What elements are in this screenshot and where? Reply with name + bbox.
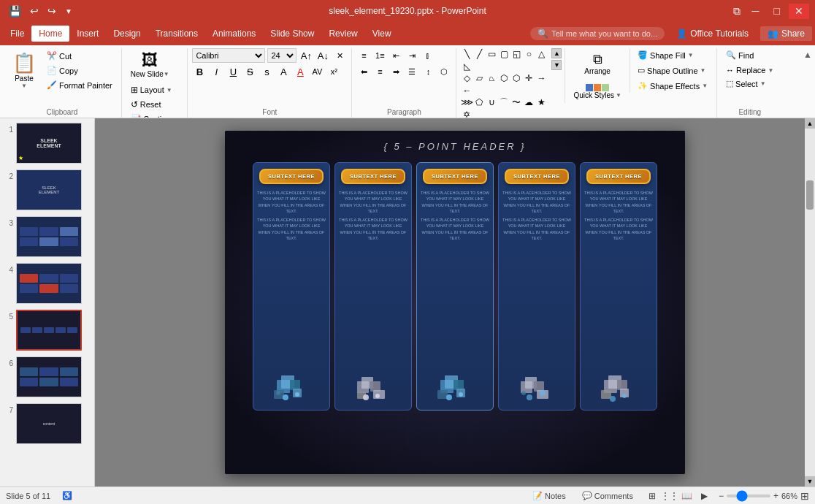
shape-arrow-left[interactable]: ←: [461, 85, 472, 96]
shape-right-triangle[interactable]: ◺: [461, 61, 472, 72]
font-name-select[interactable]: Calibri: [192, 48, 265, 63]
shape-outline-button[interactable]: ▭ Shape Outline ▼: [633, 64, 712, 77]
reset-button[interactable]: ↺ Reset: [126, 97, 166, 112]
save-icon[interactable]: 💾: [6, 4, 24, 18]
shape-triangle[interactable]: △: [535, 48, 547, 60]
shape-rect[interactable]: ▭: [486, 48, 497, 60]
italic-button[interactable]: I: [209, 64, 223, 79]
slide-card-2[interactable]: SUBTEXT HERE THIS IS A PLACEHOLDER TO SH…: [334, 162, 412, 411]
increase-indent-button[interactable]: ⇥: [405, 48, 419, 63]
bullets-button[interactable]: ≡: [356, 48, 371, 63]
font-color-button[interactable]: A: [293, 64, 307, 79]
slide-card-5[interactable]: SUBTEXT HERE THIS IS A PLACEHOLDER TO SH…: [580, 162, 657, 411]
align-right-button[interactable]: ➡: [389, 64, 403, 79]
shape-cloud[interactable]: ☁: [523, 96, 535, 108]
shape-rounded-rect[interactable]: ▢: [498, 48, 510, 60]
new-slide-button[interactable]: 🖼 New Slide ▼: [126, 48, 174, 81]
scroll-thumb[interactable]: [806, 180, 814, 210]
shape-chevron[interactable]: ⋙: [461, 96, 472, 108]
paste-button[interactable]: 📋 Paste ▼: [7, 48, 41, 93]
clear-format-button[interactable]: ✕: [332, 48, 347, 63]
char-spacing-button[interactable]: AV: [310, 64, 324, 79]
scroll-up-button[interactable]: ▲: [805, 118, 815, 129]
select-button[interactable]: ⬚ Select ▼: [722, 77, 770, 91]
shapes-scroll-down[interactable]: ▼: [551, 60, 562, 70]
comments-button[interactable]: 💬 Comments: [577, 489, 638, 503]
redo-icon[interactable]: ↪: [45, 4, 59, 18]
shape-cross[interactable]: ✛: [523, 72, 535, 84]
increase-font-button[interactable]: A↑: [299, 48, 313, 63]
shape-fill-button[interactable]: 🪣 Shape Fill ▼: [633, 48, 712, 62]
arrange-button[interactable]: ⧉ Arrange: [568, 48, 627, 79]
shapes-scroll-up[interactable]: ▲: [551, 48, 562, 58]
section-button[interactable]: 📑 Section ▼: [126, 112, 183, 118]
convert-smartart-button[interactable]: ⬡: [437, 64, 451, 79]
cut-button[interactable]: ✂️ Cut: [42, 49, 117, 63]
notes-button[interactable]: 📝 Notes: [527, 489, 571, 503]
shape-curve[interactable]: ∪: [486, 96, 497, 108]
shape-trapezoid[interactable]: ⏢: [486, 72, 497, 84]
quick-access-customize-icon[interactable]: ▼: [62, 6, 75, 17]
bold-button[interactable]: B: [192, 64, 207, 79]
shape-arc[interactable]: ⌒: [498, 96, 510, 108]
slide-card-4[interactable]: SUBTEXT HERE THIS IS A PLACEHOLDER TO SH…: [498, 162, 575, 411]
shape-diamond[interactable]: ◇: [461, 72, 472, 84]
office-tutorials-link[interactable]: 👤 Office Tutorials: [670, 26, 754, 42]
copy-button[interactable]: 📄 Copy: [42, 64, 117, 77]
align-center-button[interactable]: ≡: [372, 64, 387, 79]
shadow-button[interactable]: s: [259, 64, 274, 79]
shape-octagon[interactable]: ⬡: [510, 72, 522, 84]
zoom-slider[interactable]: [727, 495, 770, 497]
slide-thumb-6[interactable]: 6: [3, 355, 91, 399]
shape-star5[interactable]: ★: [535, 96, 547, 108]
slide-thumb-4[interactable]: 4: [3, 261, 91, 305]
maximize-button[interactable]: □: [768, 4, 786, 19]
underline-button[interactable]: U: [226, 64, 240, 79]
slide-card-1[interactable]: SUBTEXT HERE THIS IS A PLACEHOLDER TO SH…: [253, 162, 330, 411]
close-button[interactable]: ✕: [789, 4, 809, 19]
menu-view[interactable]: View: [365, 26, 399, 42]
slide-card-3[interactable]: SUBTEXT HERE THIS IS A PLACEHOLDER TO SH…: [416, 162, 494, 411]
slide-thumb-7[interactable]: 7 content: [3, 402, 91, 446]
justify-button[interactable]: ☰: [405, 64, 419, 79]
shape-circle[interactable]: ○: [523, 48, 535, 60]
shape-arrow-right[interactable]: →: [535, 72, 547, 84]
columns-button[interactable]: ⫿: [421, 48, 435, 63]
slideshow-view-button[interactable]: ▶: [697, 489, 713, 503]
normal-view-button[interactable]: ⊞: [644, 489, 660, 503]
menu-slideshow[interactable]: Slide Show: [263, 26, 321, 42]
format-painter-button[interactable]: 🖌️ Format Painter: [42, 78, 117, 92]
slide-sorter-button[interactable]: ⋮⋮: [662, 489, 678, 503]
ribbon-collapse-button[interactable]: ▲: [803, 50, 812, 60]
line-spacing-button[interactable]: ↕: [421, 64, 435, 79]
reading-view-button[interactable]: 📖: [679, 489, 695, 503]
replace-button[interactable]: ↔ Replace ▼: [722, 64, 778, 77]
zoom-in-icon[interactable]: +: [773, 491, 778, 501]
menu-home[interactable]: Home: [31, 26, 69, 42]
decrease-font-button[interactable]: A↓: [315, 48, 330, 63]
align-left-button[interactable]: ⬅: [356, 64, 371, 79]
scroll-down-button[interactable]: ▼: [805, 476, 815, 486]
menu-animations[interactable]: Animations: [205, 26, 263, 42]
menu-insert[interactable]: Insert: [69, 26, 106, 42]
menu-file[interactable]: File: [3, 26, 31, 42]
find-button[interactable]: 🔍 Find: [722, 48, 758, 62]
slide-thumb-5[interactable]: 5: [3, 308, 91, 352]
undo-icon[interactable]: ↩: [27, 4, 42, 18]
shape-pentagon[interactable]: ⬠: [473, 96, 485, 108]
restore-icon[interactable]: ⧉: [730, 4, 743, 19]
minimize-button[interactable]: ─: [746, 4, 765, 19]
shape-parallelogram[interactable]: ▱: [473, 72, 485, 84]
slide-thumb-2[interactable]: 2 SLEEKELEMENT: [3, 168, 91, 212]
superscript-button[interactable]: x²: [326, 64, 341, 79]
zoom-out-icon[interactable]: −: [719, 491, 724, 501]
decrease-indent-button[interactable]: ⇤: [389, 48, 403, 63]
shape-line[interactable]: ╲: [461, 48, 472, 60]
menu-design[interactable]: Design: [106, 26, 148, 42]
search-placeholder[interactable]: Tell me what you want to do...: [551, 29, 657, 38]
shape-snip-rect[interactable]: ◱: [510, 48, 522, 60]
clear-text-button[interactable]: A: [276, 64, 291, 79]
quick-styles-button[interactable]: Quick Styles ▼: [568, 80, 627, 103]
shape-line2[interactable]: ╱: [473, 48, 485, 60]
zoom-level-label[interactable]: 66%: [781, 492, 797, 500]
